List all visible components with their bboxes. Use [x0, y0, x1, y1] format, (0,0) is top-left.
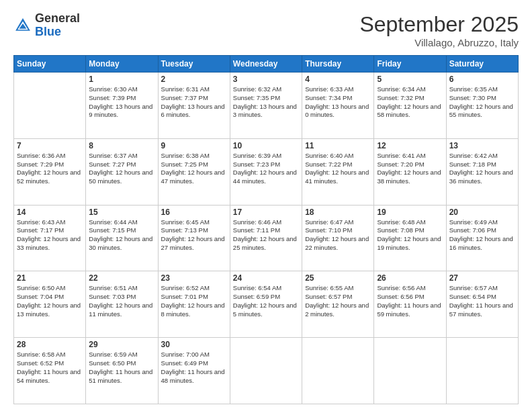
- day-number: 16: [161, 208, 227, 217]
- calendar-week-row: 14Sunrise: 6:43 AMSunset: 7:17 PMDayligh…: [14, 205, 519, 271]
- cell-details: Sunrise: 6:49 AMSunset: 7:06 PMDaylight:…: [449, 218, 515, 253]
- calendar-cell: 9Sunrise: 6:38 AMSunset: 7:25 PMDaylight…: [158, 138, 230, 205]
- calendar-cell: 19Sunrise: 6:48 AMSunset: 7:08 PMDayligh…: [374, 205, 446, 271]
- calendar-cell: 10Sunrise: 6:39 AMSunset: 7:23 PMDayligh…: [230, 138, 302, 205]
- day-number: 4: [305, 75, 371, 84]
- cell-details: Sunrise: 6:59 AMSunset: 6:50 PMDaylight:…: [89, 351, 154, 385]
- day-number: 26: [377, 273, 443, 283]
- day-number: 21: [17, 273, 83, 283]
- cell-details: Sunrise: 6:34 AMSunset: 7:32 PMDaylight:…: [377, 85, 443, 120]
- cell-details: Sunrise: 6:35 AMSunset: 7:30 PMDaylight:…: [449, 85, 515, 120]
- cell-details: Sunrise: 6:39 AMSunset: 7:23 PMDaylight:…: [233, 152, 299, 186]
- cell-details: Sunrise: 6:44 AMSunset: 7:15 PMDaylight:…: [89, 218, 154, 253]
- calendar-cell: [446, 338, 518, 404]
- day-number: 6: [449, 75, 515, 84]
- calendar-cell: 21Sunrise: 6:50 AMSunset: 7:04 PMDayligh…: [14, 271, 86, 338]
- day-number: 10: [233, 141, 299, 150]
- cell-details: Sunrise: 6:37 AMSunset: 7:27 PMDaylight:…: [89, 152, 154, 186]
- cell-details: Sunrise: 6:55 AMSunset: 6:57 PMDaylight:…: [305, 284, 371, 318]
- calendar-cell: 22Sunrise: 6:51 AMSunset: 7:03 PMDayligh…: [86, 271, 158, 338]
- calendar-week-row: 21Sunrise: 6:50 AMSunset: 7:04 PMDayligh…: [14, 271, 519, 338]
- weekday-header: Wednesday: [230, 56, 302, 73]
- calendar-cell: [302, 338, 374, 404]
- logo-text: General Blue: [35, 12, 80, 39]
- calendar-cell: 26Sunrise: 6:56 AMSunset: 6:56 PMDayligh…: [374, 271, 446, 338]
- day-number: 14: [17, 208, 83, 217]
- cell-details: Sunrise: 6:33 AMSunset: 7:34 PMDaylight:…: [305, 85, 371, 120]
- weekday-header: Monday: [86, 56, 158, 73]
- calendar-cell: 24Sunrise: 6:54 AMSunset: 6:59 PMDayligh…: [230, 271, 302, 338]
- calendar-cell: 16Sunrise: 6:45 AMSunset: 7:13 PMDayligh…: [158, 205, 230, 271]
- cell-details: Sunrise: 6:56 AMSunset: 6:56 PMDaylight:…: [377, 284, 443, 318]
- day-number: 27: [449, 273, 515, 283]
- calendar-cell: 20Sunrise: 6:49 AMSunset: 7:06 PMDayligh…: [446, 205, 518, 271]
- calendar-cell: 28Sunrise: 6:58 AMSunset: 6:52 PMDayligh…: [14, 338, 86, 404]
- calendar-cell: 13Sunrise: 6:42 AMSunset: 7:18 PMDayligh…: [446, 138, 518, 205]
- cell-details: Sunrise: 6:48 AMSunset: 7:08 PMDaylight:…: [377, 218, 443, 253]
- calendar-cell: 1Sunrise: 6:30 AMSunset: 7:39 PMDaylight…: [86, 73, 158, 139]
- cell-details: Sunrise: 6:47 AMSunset: 7:10 PMDaylight:…: [305, 218, 371, 253]
- day-number: 22: [89, 273, 154, 283]
- cell-details: Sunrise: 6:43 AMSunset: 7:17 PMDaylight:…: [17, 218, 83, 253]
- day-number: 5: [377, 75, 443, 84]
- cell-details: Sunrise: 6:42 AMSunset: 7:18 PMDaylight:…: [449, 152, 515, 186]
- calendar-cell: 6Sunrise: 6:35 AMSunset: 7:30 PMDaylight…: [446, 73, 518, 139]
- day-number: 29: [89, 340, 154, 349]
- calendar-cell: 4Sunrise: 6:33 AMSunset: 7:34 PMDaylight…: [302, 73, 374, 139]
- logo-icon: [13, 16, 32, 35]
- cell-details: Sunrise: 6:51 AMSunset: 7:03 PMDaylight:…: [89, 284, 154, 318]
- day-number: 15: [89, 208, 154, 217]
- calendar-cell: 18Sunrise: 6:47 AMSunset: 7:10 PMDayligh…: [302, 205, 374, 271]
- weekday-header: Thursday: [302, 56, 374, 73]
- calendar-cell: 7Sunrise: 6:36 AMSunset: 7:29 PMDaylight…: [14, 138, 86, 205]
- cell-details: Sunrise: 6:45 AMSunset: 7:13 PMDaylight:…: [161, 218, 227, 253]
- day-number: 24: [233, 273, 299, 283]
- cell-details: Sunrise: 6:31 AMSunset: 7:37 PMDaylight:…: [161, 85, 227, 120]
- cell-details: Sunrise: 6:38 AMSunset: 7:25 PMDaylight:…: [161, 152, 227, 186]
- calendar-week-row: 28Sunrise: 6:58 AMSunset: 6:52 PMDayligh…: [14, 338, 519, 404]
- day-number: 13: [449, 141, 515, 150]
- day-number: 8: [89, 141, 154, 150]
- calendar-week-row: 1Sunrise: 6:30 AMSunset: 7:39 PMDaylight…: [14, 73, 519, 139]
- day-number: 23: [161, 273, 227, 283]
- calendar-cell: 11Sunrise: 6:40 AMSunset: 7:22 PMDayligh…: [302, 138, 374, 205]
- cell-details: Sunrise: 6:30 AMSunset: 7:39 PMDaylight:…: [89, 85, 154, 120]
- calendar-cell: 30Sunrise: 7:00 AMSunset: 6:49 PMDayligh…: [158, 338, 230, 404]
- day-number: 19: [377, 208, 443, 217]
- header: General Blue September 2025 Villalago, A…: [13, 12, 519, 48]
- location: Villalago, Abruzzo, Italy: [359, 37, 519, 48]
- day-number: 3: [233, 75, 299, 84]
- cell-details: Sunrise: 7:00 AMSunset: 6:49 PMDaylight:…: [161, 351, 227, 385]
- calendar-cell: 14Sunrise: 6:43 AMSunset: 7:17 PMDayligh…: [14, 205, 86, 271]
- calendar-cell: 29Sunrise: 6:59 AMSunset: 6:50 PMDayligh…: [86, 338, 158, 404]
- logo: General Blue: [13, 12, 80, 39]
- day-number: 7: [17, 141, 83, 150]
- cell-details: Sunrise: 6:52 AMSunset: 7:01 PMDaylight:…: [161, 284, 227, 318]
- day-number: 11: [305, 141, 371, 150]
- day-number: 1: [89, 75, 154, 84]
- day-number: 18: [305, 208, 371, 217]
- calendar-cell: 8Sunrise: 6:37 AMSunset: 7:27 PMDaylight…: [86, 138, 158, 205]
- cell-details: Sunrise: 6:54 AMSunset: 6:59 PMDaylight:…: [233, 284, 299, 318]
- day-number: 25: [305, 273, 371, 283]
- calendar-cell: 5Sunrise: 6:34 AMSunset: 7:32 PMDaylight…: [374, 73, 446, 139]
- cell-details: Sunrise: 6:50 AMSunset: 7:04 PMDaylight:…: [17, 284, 83, 318]
- calendar-cell: 25Sunrise: 6:55 AMSunset: 6:57 PMDayligh…: [302, 271, 374, 338]
- day-number: 17: [233, 208, 299, 217]
- cell-details: Sunrise: 6:58 AMSunset: 6:52 PMDaylight:…: [17, 351, 83, 385]
- calendar-header-row: SundayMondayTuesdayWednesdayThursdayFrid…: [14, 56, 519, 73]
- calendar-cell: [374, 338, 446, 404]
- day-number: 2: [161, 75, 227, 84]
- day-number: 20: [449, 208, 515, 217]
- calendar-cell: 23Sunrise: 6:52 AMSunset: 7:01 PMDayligh…: [158, 271, 230, 338]
- calendar-cell: 3Sunrise: 6:32 AMSunset: 7:35 PMDaylight…: [230, 73, 302, 139]
- weekday-header: Tuesday: [158, 56, 230, 73]
- weekday-header: Friday: [374, 56, 446, 73]
- cell-details: Sunrise: 6:41 AMSunset: 7:20 PMDaylight:…: [377, 152, 443, 186]
- weekday-header: Sunday: [14, 56, 86, 73]
- page: General Blue September 2025 Villalago, A…: [0, 0, 532, 411]
- day-number: 28: [17, 340, 83, 349]
- calendar-table: SundayMondayTuesdayWednesdayThursdayFrid…: [13, 55, 519, 404]
- calendar-cell: [14, 73, 86, 139]
- cell-details: Sunrise: 6:32 AMSunset: 7:35 PMDaylight:…: [233, 85, 299, 120]
